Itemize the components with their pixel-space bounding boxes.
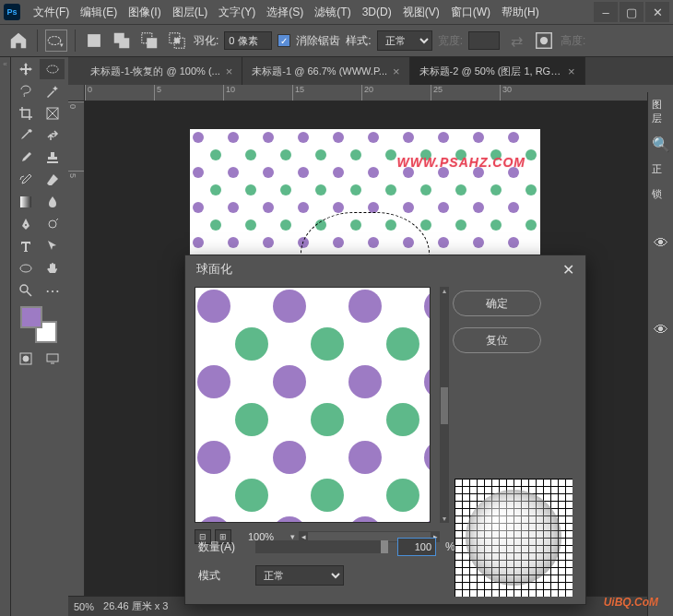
minimize-button[interactable]: – bbox=[594, 2, 618, 22]
pen-tool[interactable] bbox=[13, 214, 38, 234]
eye-icon[interactable]: 👁 bbox=[648, 319, 673, 341]
width-input bbox=[468, 31, 500, 50]
svg-point-18 bbox=[23, 356, 29, 361]
width-label: 宽度: bbox=[438, 33, 463, 49]
scrollbar-thumb[interactable] bbox=[441, 387, 448, 424]
dodge-tool[interactable] bbox=[40, 214, 65, 234]
app-logo: Ps bbox=[4, 4, 20, 20]
hand-tool[interactable] bbox=[40, 258, 65, 278]
blur-tool[interactable] bbox=[40, 192, 65, 212]
search-icon[interactable]: 🔍 bbox=[648, 133, 673, 155]
type-tool[interactable] bbox=[13, 236, 38, 256]
dialog-close-icon[interactable]: ✕ bbox=[562, 261, 574, 278]
dialog-titlebar[interactable]: 球面化 ✕ bbox=[185, 255, 585, 283]
doc-tab-1[interactable]: 未标题-1 @ 66.7% (WWW.P...× bbox=[242, 57, 409, 85]
eraser-tool[interactable] bbox=[40, 170, 65, 190]
filter-preview[interactable] bbox=[195, 287, 431, 523]
stamp-tool[interactable] bbox=[40, 148, 65, 168]
preview-scrollbar-v[interactable]: ▴▾ bbox=[440, 287, 449, 523]
select-mask-icon[interactable] bbox=[533, 30, 555, 52]
amount-label: 数量(A) bbox=[198, 539, 246, 555]
eye-icon[interactable]: 👁 bbox=[648, 232, 673, 255]
slider-knob[interactable] bbox=[381, 540, 388, 553]
preview-area: ▴▾ ⊟ ⊞ 100% ▾ ◂▸ bbox=[195, 287, 440, 545]
tab-close-icon[interactable]: × bbox=[393, 65, 400, 78]
gradient-tool[interactable] bbox=[13, 192, 38, 212]
layers-panel-label[interactable]: 图层 bbox=[648, 92, 673, 131]
menu-type[interactable]: 文字(Y) bbox=[213, 5, 261, 20]
divider bbox=[75, 30, 76, 52]
tab-label: 未标题-1-恢复的 @ 100% (... bbox=[90, 65, 220, 78]
svg-point-15 bbox=[20, 265, 31, 272]
amount-input[interactable] bbox=[397, 538, 436, 556]
doc-tab-2[interactable]: 未标题-2 @ 50% (图层 1, RGB/8#) *× bbox=[410, 57, 585, 85]
more-tools[interactable]: ⋯ bbox=[40, 280, 65, 301]
maximize-button[interactable]: ▢ bbox=[620, 2, 643, 22]
watermark-text: WWW.PSAHZ.COM bbox=[397, 155, 526, 170]
options-bar: ▾ 羽化: ✓ 消除锯齿 样式: 正常 宽度: ⇄ 高度: bbox=[0, 24, 673, 57]
frame-tool[interactable] bbox=[40, 103, 65, 124]
doc-info[interactable]: 26.46 厘米 x 3 bbox=[103, 599, 168, 613]
shape-tool[interactable] bbox=[13, 258, 38, 278]
antialias-checkbox[interactable]: ✓ bbox=[277, 34, 290, 47]
zoom-tool[interactable] bbox=[13, 280, 38, 301]
menu-help[interactable]: 帮助(H) bbox=[496, 5, 545, 20]
marquee-tool[interactable] bbox=[40, 59, 65, 79]
tab-close-icon[interactable]: × bbox=[568, 65, 575, 78]
ruler-vertical: 05 bbox=[68, 101, 85, 596]
lasso-tool[interactable] bbox=[13, 81, 38, 101]
brush-tool[interactable] bbox=[13, 148, 38, 168]
move-tool[interactable] bbox=[13, 59, 38, 79]
quickmask-icon[interactable] bbox=[13, 349, 38, 369]
tab-close-icon[interactable]: × bbox=[226, 65, 233, 78]
style-select[interactable]: 正常 bbox=[377, 30, 432, 51]
reset-button[interactable]: 复位 bbox=[453, 327, 541, 353]
svg-point-0 bbox=[48, 37, 61, 45]
selection-intersect-icon[interactable] bbox=[166, 30, 188, 52]
collapse-toggle-icon[interactable]: « bbox=[0, 57, 10, 70]
dialog-title: 球面化 bbox=[196, 261, 232, 278]
svg-rect-13 bbox=[20, 196, 31, 207]
selection-new-icon[interactable] bbox=[83, 30, 105, 52]
menu-layer[interactable]: 图层(L) bbox=[167, 5, 214, 20]
watermark-2: UiBQ.CoM bbox=[604, 596, 658, 609]
crop-tool[interactable] bbox=[13, 103, 38, 124]
feather-label: 羽化: bbox=[194, 33, 218, 49]
menu-select[interactable]: 选择(S) bbox=[261, 5, 309, 20]
menu-filter[interactable]: 滤镜(T) bbox=[309, 5, 356, 20]
menu-window[interactable]: 窗口(W) bbox=[445, 5, 496, 20]
ruler-corner bbox=[68, 85, 85, 101]
menu-image[interactable]: 图像(I) bbox=[123, 5, 166, 20]
feather-input[interactable] bbox=[224, 31, 272, 50]
healing-tool[interactable] bbox=[40, 125, 65, 146]
menu-view[interactable]: 视图(V) bbox=[397, 5, 445, 20]
mode-select[interactable]: 正常 bbox=[255, 565, 344, 586]
adjust-label: 正 bbox=[648, 157, 673, 182]
menu-file[interactable]: 文件(F) bbox=[28, 5, 75, 20]
amount-slider[interactable] bbox=[255, 540, 388, 553]
svg-point-10 bbox=[540, 37, 548, 44]
screenmode-icon[interactable] bbox=[40, 349, 65, 369]
foreground-color-swatch[interactable] bbox=[20, 306, 42, 328]
ok-button[interactable]: 确定 bbox=[453, 290, 541, 316]
menu-edit[interactable]: 编辑(E) bbox=[75, 5, 123, 20]
svg-point-14 bbox=[49, 220, 56, 228]
spherize-dialog: 球面化 ✕ ▴▾ ⊟ ⊞ 100% ▾ ◂▸ 确定 复位 数量(A) bbox=[184, 255, 586, 605]
home-icon[interactable] bbox=[7, 30, 30, 52]
doc-tab-0[interactable]: 未标题-1-恢复的 @ 100% (...× bbox=[81, 57, 242, 85]
titlebar: Ps 文件(F) 编辑(E) 图像(I) 图层(L) 文字(Y) 选择(S) 滤… bbox=[0, 0, 673, 24]
height-label: 高度: bbox=[561, 33, 585, 49]
history-brush-tool[interactable] bbox=[13, 170, 38, 190]
selection-subtract-icon[interactable] bbox=[138, 30, 160, 52]
selection-add-icon[interactable] bbox=[111, 30, 133, 52]
magic-wand-tool[interactable] bbox=[40, 81, 65, 101]
color-swatches bbox=[13, 302, 66, 347]
zoom-level[interactable]: 50% bbox=[74, 601, 94, 612]
path-select-tool[interactable] bbox=[40, 236, 65, 256]
marquee-ellipse-icon[interactable]: ▾ bbox=[45, 30, 67, 52]
eyedropper-tool[interactable] bbox=[13, 125, 38, 146]
menu-3d[interactable]: 3D(D) bbox=[357, 6, 397, 18]
close-window-button[interactable]: ✕ bbox=[645, 2, 669, 22]
svg-point-11 bbox=[47, 65, 58, 73]
svg-rect-5 bbox=[147, 38, 157, 48]
